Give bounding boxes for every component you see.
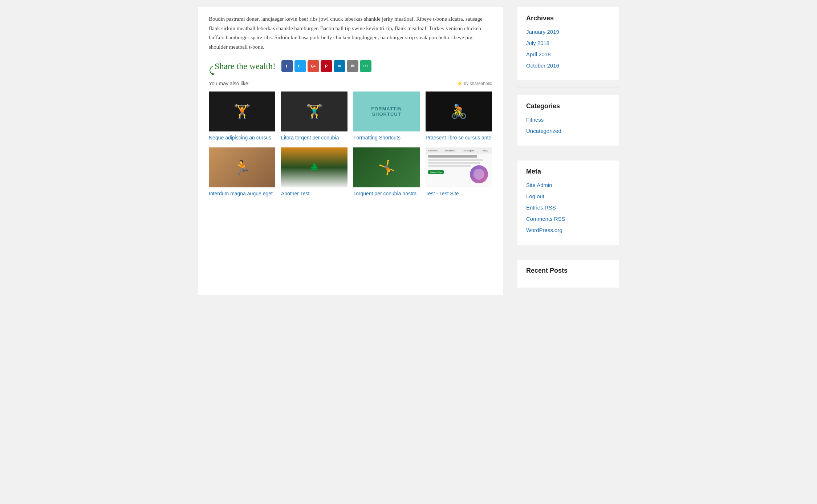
mock-nav-resources: Resources bbox=[445, 149, 455, 152]
related-title-6: Another Test bbox=[281, 190, 347, 198]
two-people-icon: 🤸 bbox=[378, 159, 395, 175]
related-item-1[interactable]: 🏋️ Neque adipiscing an cursus bbox=[209, 92, 275, 142]
archives-title: Archives bbox=[526, 15, 610, 22]
linkedin-icon: in bbox=[338, 64, 341, 68]
man-sitting-icon: 🏃 bbox=[233, 159, 251, 175]
related-title-5: Interdum magna augue eget bbox=[209, 190, 275, 198]
related-title-4: Praesent libro se cursus ante bbox=[426, 134, 492, 142]
related-item-7[interactable]: 🤸 Torquent per conubia nostra bbox=[353, 147, 420, 198]
svg-text:P: P bbox=[325, 64, 328, 68]
related-item-5[interactable]: 🏃 Interdum magna augue eget bbox=[209, 147, 275, 198]
related-item-6[interactable]: 🌲 Another Test bbox=[281, 147, 347, 198]
svg-text:f: f bbox=[286, 64, 287, 68]
category-fitness[interactable]: Fitness bbox=[526, 116, 610, 123]
share-section: Share the wealth! f t G+ P in bbox=[209, 60, 492, 72]
formatting-line1: FORMATTIN bbox=[371, 106, 402, 111]
category-uncategorized[interactable]: Uncategorized bbox=[526, 127, 610, 135]
mock-text-line-1 bbox=[428, 159, 483, 161]
mock-text-line-3 bbox=[428, 165, 471, 167]
lightning-icon: ⚡ bbox=[456, 81, 463, 86]
meta-comments-rss[interactable]: Comments RSS bbox=[526, 215, 610, 223]
more-icon: ⋯ bbox=[363, 63, 369, 69]
meta-widget: Meta Site Admin Log out Entries RSS Comm… bbox=[517, 160, 619, 245]
pinterest-icon: P bbox=[324, 64, 329, 69]
mock-nav-solutions: Solutions bbox=[428, 149, 438, 152]
archive-apr-2018[interactable]: April 2018 bbox=[526, 50, 610, 58]
sidebar-divider-3 bbox=[517, 252, 619, 252]
winter-icon: 🌲 bbox=[309, 163, 319, 172]
related-image-5: 🏃 bbox=[209, 147, 275, 187]
cycling-icon: 🚴 bbox=[450, 103, 467, 119]
related-title-3: Formatting Shortcuts bbox=[353, 134, 420, 142]
share-arrow-icon bbox=[206, 63, 216, 77]
share-facebook-button[interactable]: f bbox=[281, 60, 293, 72]
google-plus-icon: G+ bbox=[311, 64, 316, 68]
shareaholic-badge: ⚡ by shareaholic bbox=[456, 81, 492, 86]
barbell-icon: 🏋️‍♂️ bbox=[306, 103, 323, 119]
share-more-button[interactable]: ⋯ bbox=[360, 60, 371, 72]
rss-abbr-comments: RSS bbox=[554, 216, 565, 222]
related-image-4: 🚴 bbox=[426, 92, 492, 131]
sidebar-divider-2 bbox=[517, 153, 619, 153]
categories-title: Categories bbox=[526, 102, 610, 110]
share-google-button[interactable]: G+ bbox=[308, 60, 319, 72]
share-twitter-button[interactable]: t bbox=[294, 60, 306, 72]
related-title-2: Litora torqent per conubia bbox=[281, 134, 347, 142]
related-image-3: FORMATTIN SHORTCUT bbox=[353, 92, 420, 131]
main-content: Boudin pastrami doner, landjaeger kevin … bbox=[198, 7, 503, 295]
share-label: Share the wealth! bbox=[215, 61, 276, 71]
website-mock-nav: Solutions Resources Developers Policy bbox=[426, 148, 492, 154]
share-pinterest-button[interactable]: P bbox=[321, 60, 332, 72]
facebook-icon: f bbox=[285, 64, 290, 69]
share-linkedin-button[interactable]: in bbox=[334, 60, 345, 72]
related-item-3[interactable]: FORMATTIN SHORTCUT Formatting Shortcuts bbox=[353, 92, 420, 142]
mock-text-line-2 bbox=[428, 162, 480, 164]
archive-jul-2018[interactable]: July 2018 bbox=[526, 39, 610, 47]
share-icons: f t G+ P in ✉ ⋯ bbox=[281, 60, 371, 72]
website-mock-graphic bbox=[470, 165, 488, 183]
mock-nav-policy: Policy bbox=[481, 149, 488, 152]
related-title-8: Test - Test Site bbox=[426, 190, 492, 198]
related-image-6: 🌲 bbox=[281, 147, 347, 187]
shareaholic-label: by shareaholic bbox=[464, 81, 492, 86]
svg-text:t: t bbox=[298, 64, 300, 68]
article-body: Boudin pastrami doner, landjaeger kevin … bbox=[209, 15, 492, 52]
archive-jan-2019[interactable]: January 2019 bbox=[526, 28, 610, 36]
archive-oct-2016[interactable]: October 2016 bbox=[526, 62, 610, 69]
email-icon: ✉ bbox=[351, 64, 354, 69]
twitter-icon: t bbox=[298, 64, 303, 69]
recent-posts-widget: Recent Posts bbox=[517, 260, 619, 288]
related-image-8: Solutions Resources Developers Policy bbox=[426, 147, 492, 187]
meta-title: Meta bbox=[526, 168, 610, 175]
weights-icon: 🏋️ bbox=[233, 103, 251, 119]
related-grid: 🏋️ Neque adipiscing an cursus 🏋️‍♂️ Lito… bbox=[209, 92, 492, 197]
mock-cta-button: Contact Sales bbox=[428, 170, 444, 174]
you-may-like-header: You may also like: ⚡ by shareaholic bbox=[209, 81, 492, 86]
categories-widget: Categories Fitness Uncategorized bbox=[517, 95, 619, 146]
related-title-7: Torquent per conubia nostra bbox=[353, 190, 420, 198]
sidebar-divider-1 bbox=[517, 88, 619, 88]
mock-nav-developers: Developers bbox=[463, 149, 474, 152]
sidebar: Archives January 2019 July 2018 April 20… bbox=[517, 7, 619, 295]
mock-title-line bbox=[428, 155, 477, 158]
meta-entries-rss[interactable]: Entries RSS bbox=[526, 204, 610, 211]
page-wrapper: Boudin pastrami doner, landjaeger kevin … bbox=[191, 0, 626, 302]
archives-widget: Archives January 2019 July 2018 April 20… bbox=[517, 7, 619, 80]
you-may-like-section: You may also like: ⚡ by shareaholic 🏋️ N… bbox=[209, 81, 492, 197]
related-image-2: 🏋️‍♂️ bbox=[281, 92, 347, 131]
you-may-like-title: You may also like: bbox=[209, 81, 249, 86]
related-image-1: 🏋️ bbox=[209, 92, 275, 131]
formatting-line2: SHORTCUT bbox=[372, 111, 401, 117]
related-image-7: 🤸 bbox=[353, 147, 420, 187]
meta-site-admin[interactable]: Site Admin bbox=[526, 181, 610, 189]
recent-posts-title: Recent Posts bbox=[526, 267, 610, 275]
related-item-8[interactable]: Solutions Resources Developers Policy bbox=[426, 147, 492, 198]
meta-log-out[interactable]: Log out bbox=[526, 192, 610, 200]
related-title-1: Neque adipiscing an cursus bbox=[209, 134, 275, 142]
rss-abbr-entries: RSS bbox=[545, 204, 556, 211]
share-email-button[interactable]: ✉ bbox=[347, 60, 358, 72]
related-item-4[interactable]: 🚴 Praesent libro se cursus ante bbox=[426, 92, 492, 142]
meta-wordpress-org[interactable]: WordPress.org bbox=[526, 226, 610, 234]
related-item-2[interactable]: 🏋️‍♂️ Litora torqent per conubia bbox=[281, 92, 347, 142]
